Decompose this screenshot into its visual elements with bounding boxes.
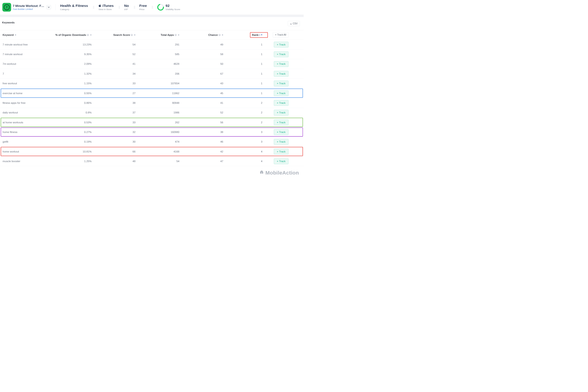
svg-text:7: 7: [6, 6, 8, 9]
sort-icon: [15, 34, 16, 36]
plus-icon: +: [277, 62, 278, 66]
help-icon[interactable]: ?: [218, 34, 220, 36]
table-row: at home workouts 0.53% 33 262 56 2 +Trac…: [0, 118, 304, 127]
col-total-apps[interactable]: Total Apps ?: [136, 33, 180, 36]
cell-organic: 0.8%: [46, 111, 92, 114]
track-button[interactable]: +Track: [274, 110, 288, 116]
cell-total-apps: 90948: [136, 101, 180, 104]
cell-total-apps: 4168: [136, 150, 180, 153]
footer: MobileAction: [0, 166, 304, 180]
app-header: 7 7 Minute Workout: Fitn... Fast Builder…: [0, 0, 304, 15]
cell-total-apps: 585: [136, 53, 180, 56]
track-button[interactable]: +Track: [274, 158, 288, 164]
track-button[interactable]: +Track: [274, 139, 288, 145]
export-csv-button[interactable]: CSV: [288, 21, 300, 26]
cell-total-apps: 474: [136, 140, 180, 143]
metric-label: View in Store: [98, 8, 114, 10]
cell-search: 30: [92, 140, 136, 143]
track-button[interactable]: +Track: [274, 52, 288, 57]
cell-rank: 4: [223, 160, 262, 162]
cell-rank: 3: [223, 130, 262, 134]
app-dropdown-button[interactable]: [46, 5, 51, 10]
cell-rank: 2: [223, 111, 262, 114]
plus-icon: +: [277, 82, 278, 85]
col-organic[interactable]: % of Organic Downloads ?: [46, 33, 92, 36]
cell-rank: 2: [223, 101, 262, 104]
plus-icon: +: [277, 140, 278, 143]
cell-keyword: 7: [2, 72, 46, 75]
cell-search: 32: [92, 130, 136, 134]
cell-search: 54: [92, 43, 136, 46]
cell-total-apps: 11862: [136, 92, 180, 94]
cell-rank: 1: [223, 43, 262, 46]
col-keyword[interactable]: Keyword: [2, 33, 46, 36]
help-icon[interactable]: ?: [174, 34, 177, 36]
track-button[interactable]: +Track: [274, 80, 288, 86]
cell-rank: 1: [223, 53, 262, 56]
cell-search: 34: [92, 72, 136, 75]
cell-search: 37: [92, 111, 136, 114]
cell-total-apps: 54: [136, 160, 180, 162]
track-button[interactable]: +Track: [274, 42, 288, 48]
table-header: Keyword % of Organic Downloads ? Search …: [0, 30, 304, 40]
metric-label: IAP: [124, 8, 129, 10]
cell-search: 27: [92, 92, 136, 94]
cell-chance: 38: [180, 130, 223, 134]
col-rank[interactable]: Rank ?: [223, 33, 262, 36]
section-header: Keywords CSV: [0, 17, 304, 30]
cell-organic: 0.86%: [46, 101, 92, 104]
plus-icon: +: [277, 53, 278, 56]
cell-keyword: 7 minute workout: [2, 53, 46, 56]
cell-track: +Track: [262, 71, 288, 77]
metric-value: iTunes: [98, 4, 114, 8]
plus-icon: +: [277, 130, 278, 134]
cell-chance: 67: [180, 72, 223, 75]
track-button[interactable]: +Track: [274, 120, 288, 125]
track-button[interactable]: +Track: [274, 148, 288, 154]
cell-chance: 46: [180, 140, 223, 143]
col-search[interactable]: Search Score ?: [92, 33, 136, 36]
progress-ring-icon: [156, 2, 165, 12]
help-icon[interactable]: ?: [87, 34, 89, 36]
cell-rank: 4: [223, 150, 262, 153]
metric-value: Free: [140, 4, 147, 8]
cell-track: +Track: [262, 139, 288, 145]
drag-handle-icon: [151, 6, 153, 8]
metric-store[interactable]: iTunes View in Store: [98, 4, 114, 11]
cell-rank: 3: [223, 140, 262, 143]
cell-total-apps: 262: [136, 121, 180, 124]
cell-keyword: getfit: [2, 140, 46, 143]
help-icon[interactable]: ?: [258, 34, 260, 36]
cell-chance: 43: [180, 82, 223, 85]
plus-icon: +: [277, 121, 278, 124]
chevron-down-icon: [48, 7, 50, 8]
col-chance[interactable]: Chance ?: [180, 33, 223, 36]
cell-rank: 1: [223, 92, 262, 94]
track-button[interactable]: +Track: [274, 90, 288, 96]
cell-chance: 58: [180, 53, 223, 56]
cell-track: +Track: [262, 42, 288, 48]
table-row: free workout 1.15% 33 107654 43 1 +Track: [0, 78, 304, 88]
metric-price: Free Price: [140, 4, 147, 11]
cell-organic: 1.25%: [46, 160, 92, 162]
track-all-button[interactable]: + Track All: [273, 32, 288, 38]
cell-keyword: muscle booster: [2, 160, 46, 162]
table-row: 7 minute workout free 13.23% 54 291 49 1…: [0, 40, 304, 49]
app-publisher-link[interactable]: Fast Builder Limited: [13, 8, 45, 10]
track-button[interactable]: +Track: [274, 71, 288, 77]
track-button[interactable]: +Track: [274, 100, 288, 106]
cell-organic: 1.15%: [46, 82, 92, 85]
cell-rank: 2: [223, 121, 262, 124]
cell-search: 38: [92, 101, 136, 104]
track-button[interactable]: +Track: [274, 129, 288, 135]
cell-track: +Track: [262, 148, 288, 154]
help-icon[interactable]: ?: [131, 34, 133, 36]
track-button[interactable]: +Track: [274, 61, 288, 67]
cell-keyword: home workout: [2, 150, 46, 153]
cell-chance: 56: [180, 121, 223, 124]
table-row: 7 minute workout 9.35% 52 585 58 1 +Trac…: [0, 49, 304, 59]
apple-icon: [98, 4, 102, 8]
plus-icon: +: [277, 43, 278, 46]
cell-keyword: exercise at home: [2, 92, 46, 94]
table-row: muscle booster 1.25% 48 54 47 4 +Track: [0, 156, 304, 166]
